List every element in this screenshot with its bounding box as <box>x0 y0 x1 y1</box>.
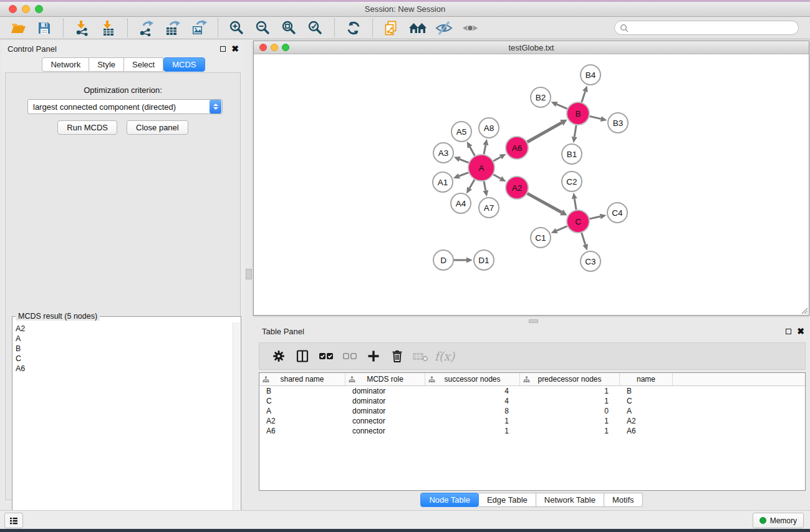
graph-edge-C-C2[interactable] <box>574 199 576 210</box>
graph-edge-A-A6[interactable] <box>493 157 501 162</box>
graph-edge-B-B1[interactable] <box>574 125 576 137</box>
close-panel-icon[interactable]: ✖ <box>231 46 239 52</box>
graph-edge-A-A1[interactable] <box>459 173 468 177</box>
close-panel-button[interactable]: Close panel <box>127 120 188 135</box>
table-cell: 1 <box>520 397 620 405</box>
export-image-icon[interactable] <box>190 19 208 37</box>
mcds-tab-content: Optimization criterion: largest connecte… <box>5 72 241 500</box>
graph-node-label: B2 <box>536 93 546 102</box>
table-cell: 1 <box>425 427 520 435</box>
import-network-icon[interactable] <box>73 19 92 37</box>
tab-mcds[interactable]: MCDS <box>163 57 205 72</box>
node-table[interactable]: shared nameMCDS rolesuccessor nodesprede… <box>259 372 806 491</box>
column-header-predecessor-nodes[interactable]: predecessor nodes <box>520 373 620 385</box>
show-graphics-details-icon[interactable] <box>461 19 480 37</box>
column-header-MCDS-role[interactable]: MCDS role <box>345 373 425 385</box>
horizontal-splitter-grip[interactable] <box>529 319 538 323</box>
graph-edge-C-C3[interactable] <box>582 233 586 244</box>
home-icon[interactable] <box>408 19 427 37</box>
hide-graphics-details-icon[interactable] <box>435 19 453 37</box>
mcds-result-item[interactable]: C <box>16 354 233 364</box>
table-row[interactable]: A2connector11A2 <box>259 416 805 426</box>
network-graph[interactable]: B4B2BB3A8A5A6A3B1AA1C2A2A4A7C4CC1DD1C3 <box>254 55 809 315</box>
tab-motifs[interactable]: Motifs <box>604 493 643 507</box>
table-panel-header: Table Panel ✖ <box>253 324 810 339</box>
table-cell: 4 <box>425 397 520 405</box>
graph-edge-A-A4[interactable] <box>470 180 475 188</box>
task-history-button[interactable] <box>4 513 23 528</box>
zoom-selected-icon[interactable] <box>306 19 325 37</box>
column-type-icon <box>263 376 269 383</box>
tab-edge-table[interactable]: Edge Table <box>479 493 536 507</box>
graph-edge-A-A3[interactable] <box>460 159 468 163</box>
table-row[interactable]: Bdominator41B <box>259 386 805 396</box>
float-table-panel-icon[interactable] <box>786 329 791 334</box>
graph-edge-B-B3[interactable] <box>589 116 600 118</box>
search-input[interactable] <box>632 24 793 32</box>
column-header-label: successor nodes <box>444 375 500 384</box>
column-header-shared-name[interactable]: shared name <box>259 373 345 385</box>
search-icon <box>620 24 629 32</box>
run-mcds-button[interactable]: Run MCDS <box>57 120 117 135</box>
graph-edge-C-C4[interactable] <box>590 216 600 219</box>
zoom-out-icon[interactable] <box>254 19 272 37</box>
mcds-result-item[interactable]: B <box>16 344 233 354</box>
mcds-result-list[interactable]: A2ABCA6 <box>13 322 233 527</box>
network-canvas[interactable]: B4B2BB3A8A5A6A3B1AA1C2A2A4A7C4CC1DD1C3 <box>254 55 809 315</box>
graph-edge-B-B2[interactable] <box>557 104 567 109</box>
main-titlebar: Session: New Session <box>0 2 810 17</box>
graph-edge-A2-C[interactable] <box>528 193 562 212</box>
export-table-icon[interactable] <box>163 19 182 37</box>
delete-row-icon[interactable] <box>387 347 408 365</box>
close-table-panel-icon[interactable]: ✖ <box>797 328 804 334</box>
graph-edge-C-C1[interactable] <box>557 226 567 231</box>
import-table-icon[interactable] <box>99 19 118 37</box>
graph-edge-A-A7[interactable] <box>484 181 486 191</box>
status-bar: Memory <box>0 510 810 529</box>
zoom-fit-icon[interactable] <box>280 19 299 37</box>
mcds-result-item[interactable]: A <box>16 334 233 344</box>
table-row[interactable]: A6connector11A6 <box>259 426 805 436</box>
tab-node-table[interactable]: Node Table <box>420 493 479 507</box>
vertical-splitter-grip[interactable] <box>246 269 252 279</box>
refresh-icon[interactable] <box>344 19 363 37</box>
table-row[interactable]: Adominator80A <box>259 406 805 416</box>
zoom-in-icon[interactable] <box>228 19 246 37</box>
graph-arrowhead <box>582 85 588 92</box>
export-network-icon[interactable] <box>137 19 156 37</box>
select-all-icon[interactable] <box>316 347 337 365</box>
mcds-result-item[interactable]: A6 <box>16 364 233 374</box>
column-header-label: name <box>637 375 655 384</box>
column-header-name[interactable]: name <box>620 373 673 385</box>
clone-network-icon[interactable] <box>382 19 401 37</box>
network-window-titlebar[interactable]: testGlobe.txt <box>254 41 809 54</box>
deselect-all-icon[interactable] <box>339 347 360 365</box>
table-row[interactable]: Cdominator41C <box>259 396 805 406</box>
graph-edge-A6-B[interactable] <box>528 123 562 142</box>
table-header-row: shared nameMCDS rolesuccessor nodesprede… <box>259 373 805 386</box>
optimization-criterion-label: Optimization criterion: <box>6 85 240 95</box>
graph-node-label: A6 <box>512 143 523 153</box>
graph-edge-A-A5[interactable] <box>470 147 475 156</box>
table-settings-icon[interactable] <box>268 347 289 365</box>
window-resize-grip[interactable] <box>799 306 808 314</box>
save-session-icon[interactable] <box>35 19 54 37</box>
graph-edge-A-A8[interactable] <box>484 145 486 155</box>
graph-edge-B-B4[interactable] <box>582 92 586 102</box>
mcds-result-item[interactable]: A2 <box>16 324 233 334</box>
tab-network[interactable]: Network <box>42 57 89 72</box>
search-field[interactable] <box>614 21 799 35</box>
open-session-icon[interactable] <box>9 19 27 37</box>
column-header-successor-nodes[interactable]: successor nodes <box>425 373 520 385</box>
tab-style[interactable]: Style <box>89 57 124 72</box>
show-column-icon[interactable] <box>292 347 313 365</box>
table-cell: 1 <box>520 417 620 425</box>
optimization-criterion-select[interactable]: largest connected component (directed) <box>27 99 223 114</box>
tab-network-table[interactable]: Network Table <box>536 493 604 507</box>
add-row-icon[interactable] <box>363 347 384 365</box>
memory-button[interactable]: Memory <box>753 513 804 528</box>
float-panel-icon[interactable] <box>220 46 226 52</box>
tab-select[interactable]: Select <box>124 57 163 72</box>
graph-edge-A-A2[interactable] <box>493 175 501 179</box>
mcds-list-scrollbar[interactable] <box>233 322 240 527</box>
